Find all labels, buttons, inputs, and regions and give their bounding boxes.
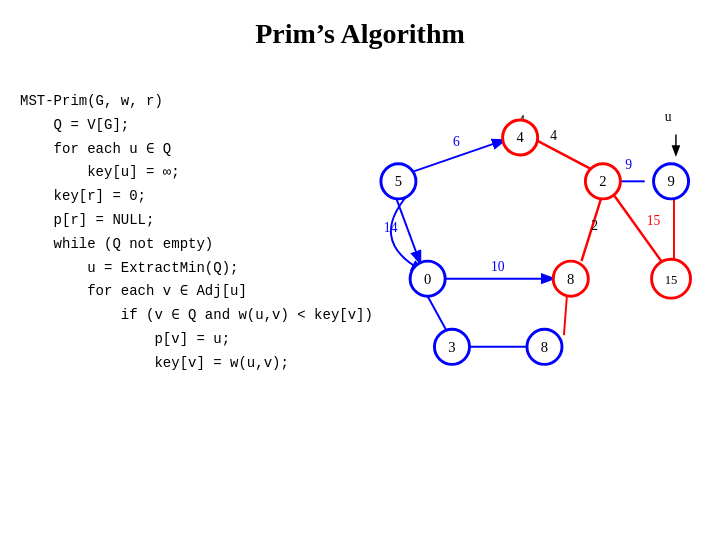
edge-4-2 [535,139,591,168]
edge-label-9: 9 [625,157,632,172]
code-line-8: u = ExtractMin(Q); [20,257,373,281]
edge-label-10: 10 [491,259,505,274]
node-9-label: 9 [667,173,674,189]
edge-label-15: 15 [647,213,661,228]
code-line-3: for each u ∈ Q [20,138,373,162]
code-line-12: key[v] = w(u,v); [20,352,373,376]
edge-label-4: 4 [550,128,557,143]
node-4-label: 4 [516,129,524,145]
code-line-5: key[r] = 0; [20,185,373,209]
edge-label-6: 6 [453,134,460,149]
code-line-9: for each v ∈ Adj[u] [20,280,373,304]
edge-8-8b [564,296,567,335]
node-8-label: 8 [567,271,574,287]
edge-8-15 [615,196,662,261]
u-label: u [665,109,672,124]
code-line-4: key[u] = ∞; [20,161,373,185]
code-block: MST-Prim(G, w, r) Q = V[G]; for each u ∈… [20,90,373,376]
node-5-label: 5 [395,173,402,189]
node-0-label: 0 [424,271,431,287]
node-15-label: 15 [665,273,678,287]
node-3-label: 3 [448,339,455,355]
page-title: Prim’s Algorithm [0,0,720,50]
code-line-6: p[r] = NULL; [20,209,373,233]
edge-label-2: 2 [591,218,598,233]
graph-svg: 6 4 4 2 14 10 9 15 [340,60,710,400]
code-line-7: while (Q not empty) [20,233,373,257]
code-line-2: Q = V[G]; [20,114,373,138]
node-8b-label: 8 [541,339,548,355]
code-line-11: p[v] = u; [20,328,373,352]
graph-diagram: 6 4 4 2 14 10 9 15 [340,60,710,400]
node-2-label: 2 [599,173,606,189]
code-line-10: if (v ∈ Q and w(u,v) < key[v]) [20,304,373,328]
code-line-1: MST-Prim(G, w, r) [20,90,373,114]
